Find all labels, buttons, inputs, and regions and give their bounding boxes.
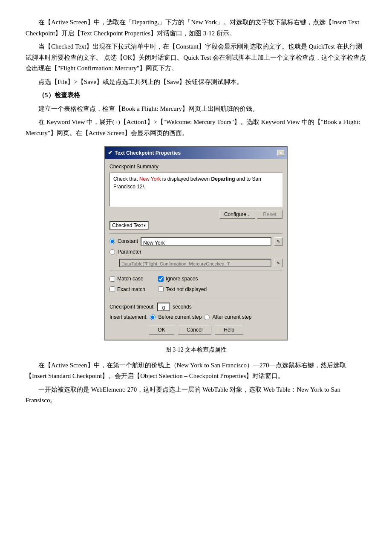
cancel-button[interactable]: Cancel — [178, 325, 211, 335]
left-options: Match case Exact match — [110, 274, 145, 295]
timeout-label: Checkpoint timeout: — [110, 303, 155, 311]
timeout-row: Checkpoint timeout: 0 seconds — [110, 303, 282, 311]
constant-radio[interactable] — [110, 239, 115, 244]
separator-3 — [110, 299, 282, 299]
dialog-titlebar: ✔ Text Checkpoint Properties × — [105, 147, 287, 159]
match-case-row: Match case — [110, 274, 145, 283]
separator-2 — [110, 271, 282, 271]
reset-button[interactable]: Reset — [257, 210, 282, 219]
checkmark-icon: ✔ — [108, 148, 112, 158]
parameter-radio[interactable] — [110, 249, 115, 255]
paragraph-1: 在【Active Screen】中，选取在「Departing,」下方的「New… — [26, 17, 366, 39]
options-row: Match case Exact match Ignore spaces — [110, 274, 282, 295]
text-not-displayed-row: Text not displayed — [158, 285, 207, 294]
dialog-title: Text Checkpoint Properties — [115, 149, 181, 157]
figure-caption: 图 3-12 文本检查点属性 — [26, 345, 366, 355]
paragraph-3: 点选【File】>【Save】或是点选工具列上的【Save】按钮保存测试脚本。 — [26, 77, 366, 88]
button-row: OK Cancel Help — [110, 325, 282, 335]
after-step-label: After current step — [212, 313, 251, 321]
summary-text-part1: Check that — [113, 176, 139, 182]
separator-1 — [110, 233, 282, 234]
paragraph-8: 一开始被选取的是 WebElement: 270，这时要点选上一层的 WebTa… — [26, 384, 366, 406]
text-not-displayed-label: Text not displayed — [166, 285, 207, 294]
ignore-spaces-checkbox[interactable] — [158, 276, 164, 282]
paragraph-5: 建立一个表格检查点，检查【Book a Flight: Mercury】网页上出… — [26, 104, 366, 115]
paragraph-6: 在 Keyword View 中，展开(+)【Action1】>【"Welcom… — [26, 117, 366, 138]
summary-newyork: New York — [139, 176, 161, 182]
right-options: Ignore spaces Text not displayed — [158, 274, 207, 295]
before-step-radio[interactable] — [150, 315, 156, 320]
ignore-spaces-row: Ignore spaces — [158, 274, 207, 283]
after-step-radio[interactable] — [204, 315, 210, 320]
checked-text-row: Checked Text ▼ — [110, 221, 282, 230]
parameter-label: Parameter — [118, 248, 141, 256]
before-step-label: Before current step — [158, 313, 202, 321]
constant-value-input[interactable]: New York — [141, 237, 271, 246]
configure-button[interactable]: Configure... — [219, 210, 255, 219]
help-button[interactable]: Help — [215, 325, 243, 335]
constant-label: Constant — [118, 237, 138, 245]
configure-reset-row: Configure... Reset — [110, 210, 282, 219]
parameter-value-input[interactable]: DataTable("Flight_Confirmation_MercuryCh… — [119, 259, 271, 267]
checkpoint-summary-label: Checkpoint Summary: — [110, 162, 282, 171]
timeout-input[interactable]: 0 — [157, 303, 170, 311]
dropdown-arrow-icon: ▼ — [143, 223, 147, 229]
summary-departing: Departing — [211, 176, 235, 182]
text-not-displayed-checkbox[interactable] — [158, 286, 164, 292]
exact-match-checkbox[interactable] — [110, 286, 115, 292]
section-title-5: （5）检查表格 — [26, 90, 366, 101]
checkpoint-summary-text: Check that New York is displayed between… — [110, 173, 282, 207]
exact-match-row: Exact match — [110, 285, 145, 294]
parameter-row: Parameter — [110, 248, 282, 256]
page-content: 在【Active Screen】中，选取在「Departing,」下方的「New… — [26, 17, 366, 406]
constant-edit-button[interactable]: ✎ — [274, 237, 282, 246]
parameter-edit-button[interactable]: ✎ — [274, 259, 282, 267]
match-case-checkbox[interactable] — [110, 276, 115, 282]
paragraph-7: 在【Active Screen】中，在第一个航班的价钱上（New York to… — [26, 360, 366, 382]
seconds-label: seconds — [173, 303, 192, 311]
titlebar-left: ✔ Text Checkpoint Properties — [108, 148, 181, 158]
insert-statement-row: Insert statement: Before current step Af… — [110, 313, 282, 321]
ignore-spaces-label: Ignore spaces — [166, 274, 198, 283]
dialog-body: Checkpoint Summary: Check that New York … — [105, 159, 287, 340]
summary-text-part2: is displayed between — [161, 176, 211, 182]
exact-match-label: Exact match — [117, 285, 145, 294]
constant-row: Constant New York ✎ — [110, 237, 282, 245]
dialog-container: ✔ Text Checkpoint Properties × Checkpoin… — [26, 146, 366, 340]
checked-text-dropdown[interactable]: Checked Text ▼ — [110, 221, 149, 230]
paragraph-2: 当【Checked Text】出现在下拉式清单中时，在【Constant】字段会… — [26, 41, 366, 74]
text-checkpoint-dialog: ✔ Text Checkpoint Properties × Checkpoin… — [104, 146, 288, 340]
parameter-input-row: DataTable("Flight_Confirmation_MercuryCh… — [110, 259, 282, 267]
insert-statement-label: Insert statement: — [110, 313, 147, 321]
close-button[interactable]: × — [277, 150, 284, 156]
ok-button[interactable]: OK — [149, 325, 174, 335]
match-case-label: Match case — [117, 274, 143, 283]
checked-text-label: Checked Text — [112, 221, 143, 230]
